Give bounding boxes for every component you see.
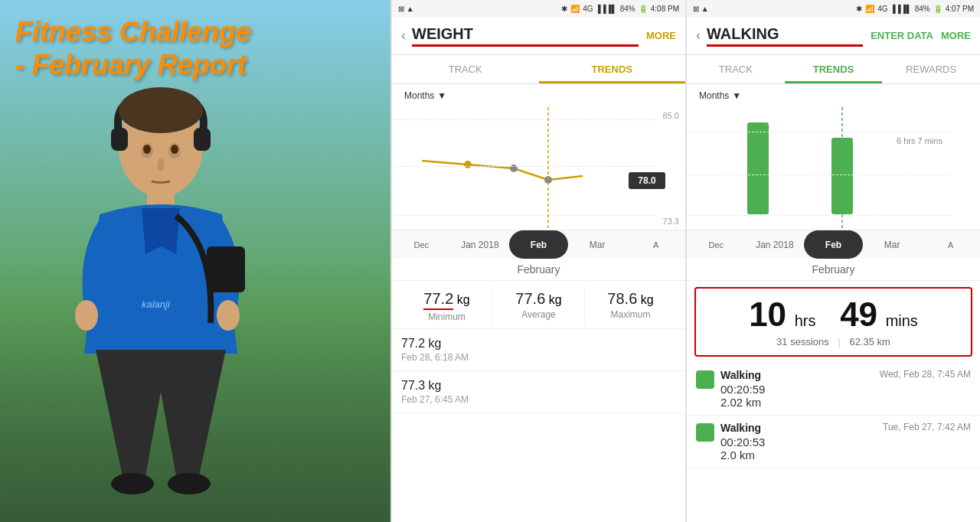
walking-app: ⊠ ▲ ✱ 📶 4G ▐▐▐▌ 84%🔋 4:07 PM ‹ WALKING E… [685,0,980,522]
svg-rect-21 [747,122,769,214]
walking-months-selector[interactable]: Months ▼ [687,84,980,107]
svg-text:kalanji: kalanji [142,299,171,310]
page-title: Fitness Challenge - February Report [15,15,251,81]
dropdown-icon: ▼ [437,90,446,101]
w-log-left-1: Walking 00:20:53 2.0 km [720,422,883,462]
y-axis-labels: 85.0 73.3 [663,107,679,230]
x-month-a[interactable]: A [626,230,685,259]
bluetooth-icon: ✱ [561,5,567,13]
svg-rect-14 [207,246,245,292]
total-hours: 10 [749,295,786,333]
back-button[interactable]: ‹ [401,28,406,44]
months-label: Months [404,90,434,101]
more-button[interactable]: MORE [646,30,676,41]
weight-chart: 78.0 85.0 73.3 [392,107,685,230]
walking-dropdown-icon: ▼ [732,90,741,101]
w-log-title-0: Walking [720,369,880,381]
x-month-dec[interactable]: Dec [392,230,451,259]
weight-status-bar: ⊠ ▲ ✱ 📶 4G ▐▐▐▌ 84%🔋 4:08 PM [392,0,685,17]
weight-header: ‹ WEIGHT MORE [392,17,685,55]
walking-back-button[interactable]: ‹ [696,28,701,44]
w-x-month-jan[interactable]: Jan 2018 [746,230,805,259]
x-month-mar[interactable]: Mar [568,230,627,259]
walking-status-icons: ⊠ ▲ [693,5,709,13]
max-unit: kg [637,293,653,306]
walking-status-bar: ⊠ ▲ ✱ 📶 4G ▐▐▐▌ 84%🔋 4:07 PM [687,0,980,17]
w-x-month-feb[interactable]: Feb [804,230,863,259]
status-right: ✱ 📶 4G ▐▐▐▌ 84%🔋 4:08 PM [561,5,679,13]
weight-chart-svg: 78.0 [392,107,685,230]
y-label-bot: 73.3 [663,217,679,226]
log-date-0: Feb 28, 6:18 AM [401,352,676,363]
tab-trends[interactable]: TRENDS [539,55,686,83]
minimum-value: 77.2 kg [401,290,492,310]
svg-point-10 [143,145,151,154]
walking-status-right: ✱ 📶 4G ▐▐▐▌ 84%🔋 4:07 PM [856,5,974,13]
w-log-time-1: 00:20:53 [720,436,883,449]
clock: 4:08 PM [651,5,679,13]
svg-text:6 hrs 7 mins: 6 hrs 7 mins [897,136,942,145]
log-info-0: 77.2 kg Feb 28, 6:18 AM [401,337,676,363]
minimum-label: Minimum [401,312,492,322]
battery-level: 84% [620,5,635,13]
w-log-title-1: Walking [720,422,883,434]
average-label: Average [493,309,584,320]
weight-tabs: TRACK TRENDS [392,55,685,84]
svg-point-15 [464,161,472,168]
hrs-label: hrs [795,312,816,329]
log-value-1: 77.3 kg [401,379,676,393]
signal-bars: 4G ▐▐▐▌ [583,5,616,13]
stat-maximum: 78.6 kg Maximum [585,287,676,325]
w-x-month-dec[interactable]: Dec [687,230,746,259]
svg-point-4 [75,300,98,331]
w-x-month-mar[interactable]: Mar [863,230,922,259]
x-month-feb[interactable]: Feb [509,230,568,259]
x-month-jan[interactable]: Jan 2018 [451,230,510,259]
log-date-1: Feb 27, 6:45 AM [401,394,676,405]
w-battery: 84% [915,5,930,13]
walking-months-label: Months [699,90,729,101]
w-log-dist-0: 2.02 km [720,396,880,409]
enter-data-button[interactable]: ENTER DATA [871,30,933,41]
maximum-label: Maximum [585,309,676,320]
walking-total-sub: 31 sessions | 62.35 km [708,336,959,347]
svg-point-7 [168,473,211,494]
weight-stats: 77.2 kg Minimum 77.6 kg Average 78.6 kg … [392,281,685,329]
w-wifi-icon: 📶 [865,5,874,13]
w-tab-rewards[interactable]: REWARDS [882,55,980,83]
mins-label: mins [886,312,918,329]
w-grid-line-mid [687,175,949,175]
walking-more-button[interactable]: MORE [941,30,971,41]
svg-point-12 [119,87,203,133]
w-log-icon-1 [696,423,714,442]
svg-rect-1 [111,128,128,151]
walking-tabs: TRACK TRENDS REWARDS [687,55,980,84]
status-left: ⊠ ▲ [398,5,414,13]
months-selector[interactable]: Months ▼ [392,84,685,107]
grid-line-bot [392,215,655,216]
w-tab-track[interactable]: TRACK [687,55,785,83]
wifi-icon: 📶 [570,5,580,13]
average-value: 77.6 kg [493,290,584,308]
w-tab-trends[interactable]: TRENDS [785,55,883,83]
log-info-1: 77.3 kg Feb 27, 6:45 AM [401,379,676,405]
w-log-date-0: Wed, Feb 28, 7:45 AM [880,369,971,380]
weight-log-item-0: 77.2 kg Feb 28, 6:18 AM [392,329,685,371]
stat-minimum: 77.2 kg Minimum [401,287,493,325]
total-mins: 49 [840,295,877,333]
walking-x-axis: Dec Jan 2018 Feb Mar A [687,230,980,259]
svg-text:78.0: 78.0 [638,175,656,186]
walking-month-label: February [687,259,980,281]
svg-rect-22 [831,138,853,214]
avg-unit: kg [545,293,561,306]
walking-title: WALKING [707,25,863,47]
walking-log-item-1: Walking 00:20:53 2.0 km Tue, Feb 27, 7:4… [687,416,980,468]
w-x-month-a[interactable]: A [921,230,980,259]
weight-title: WEIGHT [412,25,639,47]
sessions-count: 31 sessions [776,336,829,347]
w-bluetooth-icon: ✱ [856,5,862,13]
person-silhouette: kalanji [23,32,299,522]
maximum-value: 78.6 kg [585,290,676,308]
walking-total-box: 10 hrs 49 mins 31 sessions | 62.35 km [694,287,972,357]
tab-track[interactable]: TRACK [392,55,539,83]
